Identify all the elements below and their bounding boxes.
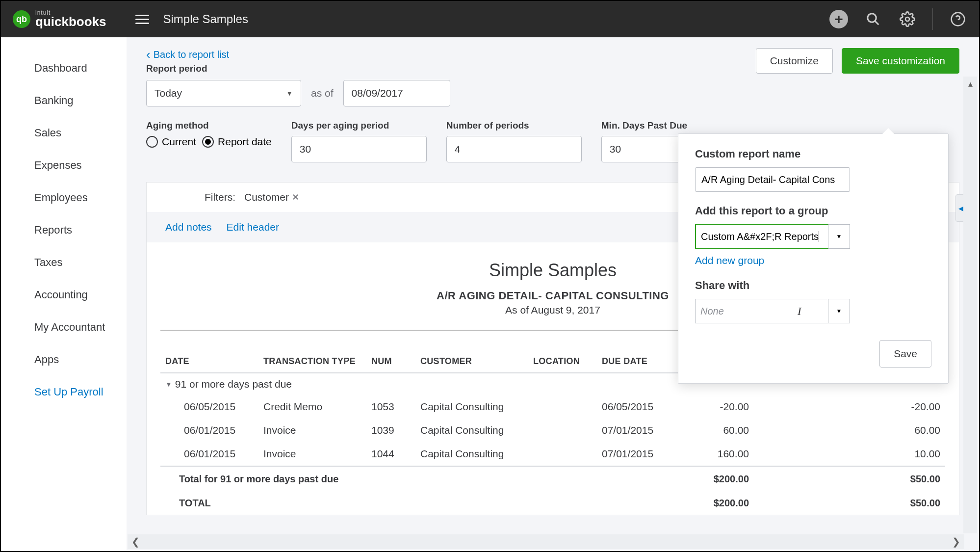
sidebar-item-expenses[interactable]: Expenses bbox=[1, 149, 127, 182]
col-date[interactable]: DATE bbox=[160, 350, 258, 373]
group-label: Add this report to a group bbox=[695, 205, 931, 217]
cell-open: 10.00 bbox=[754, 442, 945, 466]
table-row[interactable]: 06/05/2015 Credit Memo 1053 Capital Cons… bbox=[160, 395, 945, 419]
share-with-caret[interactable]: ▼ bbox=[828, 299, 850, 323]
cell-date: 06/01/2015 bbox=[160, 442, 258, 466]
col-due[interactable]: DUE DATE bbox=[597, 350, 675, 373]
col-type[interactable]: TRANSACTION TYPE bbox=[258, 350, 366, 373]
sidebar-item-banking[interactable]: Banking bbox=[1, 84, 127, 117]
svg-point-2 bbox=[905, 17, 909, 21]
top-bar: qb intuit quickbooks Simple Samples + bbox=[1, 1, 979, 37]
cell-date: 06/05/2015 bbox=[160, 395, 258, 419]
help-button[interactable] bbox=[949, 10, 967, 28]
cell-customer: Capital Consulting bbox=[415, 395, 528, 419]
back-link[interactable]: Back to report list bbox=[146, 48, 229, 61]
sidebar-item-employees[interactable]: Employees bbox=[1, 182, 127, 214]
caret-down-icon: ▼ bbox=[836, 308, 842, 315]
radio-current-label: Current bbox=[162, 136, 196, 148]
num-periods-label: Number of periods bbox=[446, 120, 582, 131]
cell-num: 1053 bbox=[366, 395, 415, 419]
days-per-input[interactable] bbox=[291, 136, 427, 162]
cell-amount: 60.00 bbox=[675, 419, 754, 442]
save-customization-popover: Custom report name Add this report to a … bbox=[678, 133, 949, 384]
section-label: 91 or more days past due bbox=[175, 378, 292, 390]
plus-icon: + bbox=[829, 10, 848, 28]
cell-type: Invoice bbox=[258, 419, 366, 442]
sidebar-item-taxes[interactable]: Taxes bbox=[1, 246, 127, 279]
share-with-value: NoneI bbox=[695, 299, 828, 323]
hamburger-icon[interactable] bbox=[135, 15, 149, 24]
brand-logo: qb intuit quickbooks bbox=[13, 9, 106, 29]
help-icon bbox=[950, 11, 966, 27]
subtotal-amount: $200.00 bbox=[675, 466, 754, 492]
text-cursor-icon: I bbox=[798, 305, 801, 318]
as-of-date-input[interactable] bbox=[343, 80, 450, 106]
topbar-actions: + bbox=[829, 8, 967, 30]
sidebar-item-my-accountant[interactable]: My Accountant bbox=[1, 311, 127, 343]
period-select[interactable]: Today ▼ bbox=[146, 80, 301, 106]
sidebar-item-accounting[interactable]: Accounting bbox=[1, 279, 127, 311]
content-area: Back to report list Report period Today … bbox=[127, 37, 979, 551]
as-of-label: as of bbox=[311, 87, 334, 99]
sidebar-item-apps[interactable]: Apps bbox=[1, 343, 127, 376]
subtotal-open: $50.00 bbox=[754, 466, 945, 492]
cell-num: 1044 bbox=[366, 442, 415, 466]
vertical-scrollbar[interactable]: ▴ bbox=[963, 77, 977, 533]
custom-name-label: Custom report name bbox=[695, 148, 931, 160]
sidebar-item-reports[interactable]: Reports bbox=[1, 214, 127, 246]
brand-text: intuit quickbooks bbox=[35, 9, 106, 29]
search-button[interactable] bbox=[864, 10, 882, 28]
horizontal-scrollbar[interactable]: ❮ ❯ bbox=[128, 534, 964, 549]
scroll-up-icon: ▴ bbox=[968, 79, 973, 89]
svg-line-1 bbox=[875, 21, 879, 25]
group-select-caret[interactable]: ▼ bbox=[828, 224, 850, 249]
col-num[interactable]: NUM bbox=[366, 350, 415, 373]
customize-button[interactable]: Customize bbox=[756, 48, 833, 74]
table-row[interactable]: 06/01/2015 Invoice 1044 Capital Consulti… bbox=[160, 442, 945, 466]
divider bbox=[932, 8, 933, 30]
save-customization-button[interactable]: Save customization bbox=[842, 48, 959, 74]
radio-current[interactable] bbox=[146, 136, 158, 148]
sidebar-item-set-up-payroll[interactable]: Set Up Payroll bbox=[1, 376, 127, 408]
remove-filter-icon[interactable]: ✕ bbox=[292, 192, 299, 203]
cell-due: 07/01/2015 bbox=[597, 442, 675, 466]
scroll-right-icon: ❯ bbox=[952, 536, 960, 548]
col-customer[interactable]: CUSTOMER bbox=[415, 350, 528, 373]
cell-open: 60.00 bbox=[754, 419, 945, 442]
share-with-label: Share with bbox=[695, 279, 931, 292]
cell-type: Invoice bbox=[258, 442, 366, 466]
grand-label: TOTAL bbox=[160, 492, 675, 515]
table-row[interactable]: 06/01/2015 Invoice 1039 Capital Consulti… bbox=[160, 419, 945, 442]
col-location[interactable]: LOCATION bbox=[528, 350, 597, 373]
add-notes-link[interactable]: Add notes bbox=[165, 221, 212, 233]
period-select-value: Today bbox=[155, 87, 182, 99]
create-button[interactable]: + bbox=[829, 10, 848, 28]
cell-customer: Capital Consulting bbox=[415, 419, 528, 442]
share-with-select[interactable]: NoneI ▼ bbox=[695, 299, 850, 323]
group-select[interactable]: Custom A&#x2F;R Reports ▼ bbox=[695, 224, 850, 249]
add-new-group-link[interactable]: Add new group bbox=[695, 255, 764, 266]
gear-icon bbox=[900, 11, 915, 27]
num-periods-input[interactable] bbox=[446, 136, 582, 162]
sidebar-item-sales[interactable]: Sales bbox=[1, 117, 127, 149]
edit-header-link[interactable]: Edit header bbox=[227, 221, 279, 233]
cell-open: -20.00 bbox=[754, 395, 945, 419]
scroll-left-icon: ❮ bbox=[131, 536, 140, 548]
popover-save-button[interactable]: Save bbox=[879, 340, 931, 368]
filters-label: Filters: bbox=[205, 191, 235, 203]
cell-amount: 160.00 bbox=[675, 442, 754, 466]
sidebar-item-dashboard[interactable]: Dashboard bbox=[1, 52, 127, 84]
grand-open: $50.00 bbox=[754, 492, 945, 515]
radio-report-date-label: Report date bbox=[218, 136, 272, 148]
company-name: Simple Samples bbox=[163, 12, 248, 26]
cell-date: 06/01/2015 bbox=[160, 419, 258, 442]
min-days-label: Min. Days Past Due bbox=[601, 120, 696, 131]
cell-location bbox=[528, 395, 597, 419]
subtotal-label: Total for 91 or more days past due bbox=[160, 466, 675, 492]
radio-report-date[interactable] bbox=[202, 136, 214, 148]
cell-location bbox=[528, 419, 597, 442]
custom-name-input[interactable] bbox=[695, 167, 850, 192]
cell-amount: -20.00 bbox=[675, 395, 754, 419]
settings-button[interactable] bbox=[898, 10, 917, 28]
group-select-value: Custom A&#x2F;R Reports bbox=[695, 224, 828, 249]
